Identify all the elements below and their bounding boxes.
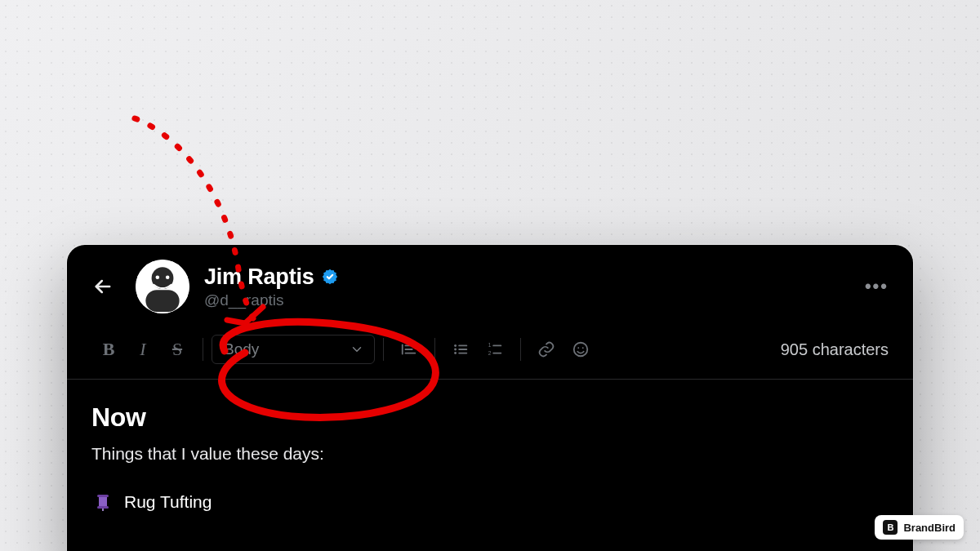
- svg-text:1: 1: [488, 342, 492, 348]
- toolbar-separator: [520, 338, 521, 361]
- italic-button[interactable]: I: [126, 335, 160, 364]
- bullet-list-button[interactable]: [443, 335, 478, 364]
- thread-emoji-icon: [91, 491, 114, 513]
- brandbird-label: BrandBird: [903, 522, 956, 534]
- brandbird-logo-icon: B: [883, 520, 898, 535]
- svg-point-11: [454, 352, 457, 354]
- numbered-list-button[interactable]: 12: [478, 335, 512, 364]
- text-style-select[interactable]: Body: [212, 335, 375, 364]
- user-handle: @d__raptis: [204, 291, 339, 309]
- content-heading: Now: [91, 402, 889, 433]
- svg-point-20: [577, 347, 579, 349]
- back-arrow-icon[interactable]: [91, 275, 114, 298]
- svg-rect-2: [145, 290, 179, 312]
- svg-text:2: 2: [488, 350, 492, 356]
- post-header: Jim Raptis @d__raptis •••: [67, 245, 913, 320]
- svg-point-21: [582, 347, 584, 349]
- svg-rect-22: [97, 495, 109, 497]
- strikethrough-button[interactable]: S: [160, 335, 194, 364]
- avatar[interactable]: [136, 260, 189, 313]
- toolbar-separator: [383, 338, 384, 361]
- emoji-button[interactable]: [564, 335, 598, 364]
- bold-button[interactable]: B: [91, 335, 126, 364]
- name-block: Jim Raptis @d__raptis: [204, 264, 339, 309]
- toolbar-separator: [434, 338, 435, 361]
- editor-window: Jim Raptis @d__raptis ••• B I S Body: [67, 245, 913, 551]
- character-count: 905 characters: [781, 340, 889, 359]
- more-menu-button[interactable]: •••: [865, 276, 889, 297]
- chevron-down-icon: [350, 342, 364, 357]
- svg-point-9: [454, 344, 457, 347]
- svg-rect-24: [97, 506, 109, 509]
- content-line-1: Things that I value these days:: [91, 444, 889, 464]
- link-button[interactable]: [529, 335, 564, 364]
- svg-rect-23: [99, 497, 107, 506]
- verified-badge-icon: [321, 268, 339, 286]
- content-item-1: Rug Tufting: [91, 491, 889, 513]
- toolbar-separator: [203, 338, 203, 361]
- svg-point-10: [454, 349, 457, 351]
- content-item-1-text: Rug Tufting: [124, 492, 212, 512]
- svg-point-4: [166, 275, 170, 279]
- editor-content[interactable]: Now Things that I value these days: Rug …: [67, 380, 913, 513]
- svg-point-19: [574, 343, 588, 357]
- brandbird-watermark[interactable]: B BrandBird: [875, 515, 964, 540]
- text-style-select-value: Body: [224, 340, 259, 358]
- align-left-button[interactable]: [392, 335, 426, 364]
- display-name: Jim Raptis: [204, 264, 314, 290]
- editor-toolbar: B I S Body 12 905 characters: [67, 320, 913, 380]
- svg-point-3: [156, 275, 160, 279]
